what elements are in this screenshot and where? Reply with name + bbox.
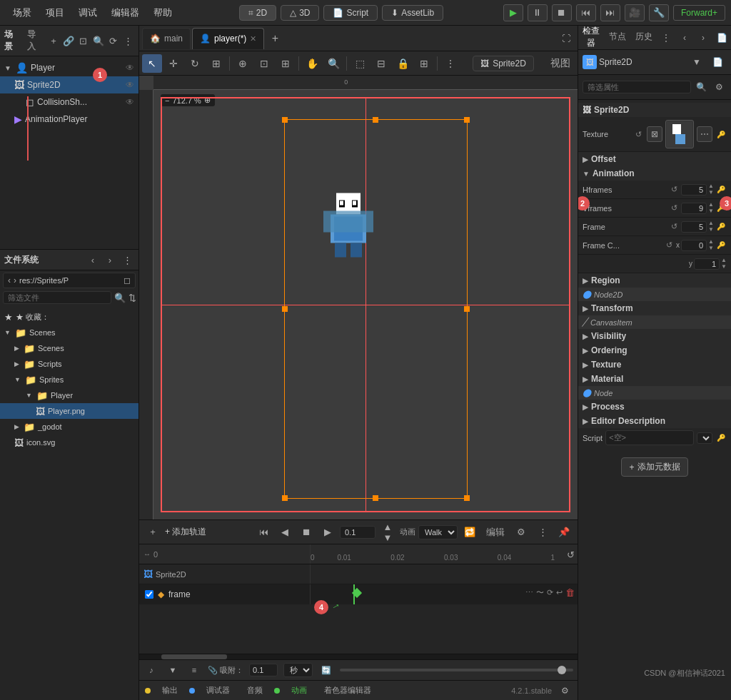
inspector-filter-input[interactable] <box>583 81 691 93</box>
track-back-icon[interactable]: ↩ <box>556 588 563 597</box>
tree-item-collision[interactable]: ◻ CollisionSh... 👁 <box>0 93 138 111</box>
fs-item-sprites[interactable]: ▼ 📁 Sprites <box>0 372 138 387</box>
scene-search-btn[interactable]: 🔍 <box>92 34 104 48</box>
section-visibility[interactable]: ▶ Visibility <box>578 329 731 343</box>
zoom-btn[interactable]: 🔍 <box>323 54 343 73</box>
anim-speed-input[interactable] <box>340 526 375 539</box>
coords-x-down[interactable]: ▼ <box>708 245 714 251</box>
forward-btn[interactable]: Forward+ <box>673 5 725 21</box>
fs-item-player-dir[interactable]: ▼ 📁 Player <box>0 387 138 403</box>
anim-prev-frame-btn[interactable]: ⏮ <box>254 524 273 541</box>
menu-editor[interactable]: 编辑器 <box>104 4 146 22</box>
frame-track-content[interactable]: 4 → ⋯ 〜 ⟳ ↩ 🗑 <box>311 584 578 604</box>
stop-btn[interactable]: ⏹ <box>552 4 572 21</box>
section-ordering[interactable]: ▶ Ordering <box>578 343 731 357</box>
filter-btn[interactable]: ▼ <box>165 663 181 677</box>
music-btn[interactable]: ♪ <box>143 663 159 677</box>
fs-item-godot[interactable]: ▶ 📁 _godot <box>0 419 138 435</box>
anim-loop-btn[interactable]: 🔁 <box>460 524 479 541</box>
handle-lc[interactable] <box>282 306 288 312</box>
anim-name-select[interactable]: Walk <box>418 525 458 539</box>
section-material[interactable]: ▶ Material <box>578 372 731 386</box>
menu-help[interactable]: 帮助 <box>146 4 179 22</box>
track-arrow-icon[interactable]: ⟳ <box>547 588 553 597</box>
handle-bl[interactable] <box>282 495 288 501</box>
tree-item-sprite2d[interactable]: 🖼 Sprite2D 👁 <box>0 76 138 93</box>
status-output[interactable]: 输出 <box>156 684 183 697</box>
fs-more-btn[interactable]: ⋮ <box>120 253 134 267</box>
fs-filter-search-icon[interactable]: 🔍 <box>114 290 126 305</box>
anim-play-back-btn[interactable]: ◀ <box>276 524 294 541</box>
coords-x-up[interactable]: ▲ <box>708 239 714 245</box>
move-tool-btn[interactable]: ✛ <box>163 54 183 73</box>
coords-y-spinner[interactable]: ▲ ▼ <box>721 258 727 270</box>
inspector-options[interactable]: ▼ <box>687 53 706 71</box>
inspector-doc-btn[interactable]: 📄 <box>708 53 727 71</box>
handle-br[interactable] <box>464 495 470 501</box>
tab-player[interactable]: 👤 player(*) ✕ <box>192 28 264 49</box>
status-anim[interactable]: 动画 <box>286 684 313 697</box>
frame-up[interactable]: ▲ <box>708 220 714 226</box>
section-process[interactable]: ▶ Process <box>578 400 731 414</box>
frame-track-enabled[interactable] <box>145 590 153 599</box>
rulers-btn[interactable]: ⬚ <box>350 54 370 73</box>
play-btn[interactable]: ▶ <box>503 4 523 21</box>
anim-edit-btn[interactable]: 编辑 <box>482 524 509 541</box>
filter-options-icon[interactable]: ⚙ <box>712 78 727 96</box>
inspector-doc-icon[interactable]: 📄 <box>712 29 731 47</box>
vframes-spinner[interactable]: ▲ ▼ <box>708 202 714 214</box>
pan-btn[interactable]: ✋ <box>302 54 322 73</box>
fs-filter-input[interactable] <box>3 291 111 304</box>
fs-fwd-btn[interactable]: › <box>103 253 117 267</box>
inspector-nav-fwd[interactable]: › <box>694 29 712 47</box>
more-tools-btn[interactable]: ⋮ <box>440 54 460 73</box>
anim-more-btn[interactable]: ⋮ <box>533 524 552 541</box>
debug-btn1[interactable]: ⏮ <box>576 4 596 21</box>
anim-add-track-btn[interactable]: + <box>143 524 162 541</box>
timeline-refresh-btn[interactable]: ↺ <box>567 549 575 559</box>
menu-scene[interactable]: 场景 <box>6 4 39 22</box>
select-tool-btn[interactable]: ↖ <box>142 54 162 73</box>
debug-btn2[interactable]: ⏭ <box>600 4 620 21</box>
lock-btn[interactable]: 🔒 <box>393 54 413 73</box>
scene-more-btn[interactable]: ⋮ <box>122 34 134 48</box>
frame-input[interactable] <box>681 221 707 233</box>
sprite2d-eye-icon[interactable]: 👁 <box>126 80 134 90</box>
guides-btn[interactable]: ⊟ <box>371 54 391 73</box>
list-btn[interactable]: ≡ <box>186 663 202 677</box>
scrollbar-thumb[interactable] <box>161 654 227 659</box>
view-options-btn[interactable]: 视图 <box>546 54 575 73</box>
viewport-content[interactable]: − 712.7 % ⊕ <box>153 90 578 519</box>
tab-history[interactable]: 历史 <box>630 26 657 49</box>
hframes-up[interactable]: ▲ <box>708 183 714 189</box>
mode-assetlib-btn[interactable]: ⬇ AssetLib <box>382 5 443 21</box>
texture-key-btn[interactable]: 🔑 <box>715 128 727 140</box>
pivot-btn[interactable]: ⊕ <box>233 54 253 73</box>
collision-eye-icon[interactable]: 👁 <box>126 97 134 107</box>
frame-coords-x-input[interactable] <box>681 240 707 251</box>
tree-item-animplayer[interactable]: ▶ AnimationPlayer <box>0 111 138 128</box>
inspector-more-icon[interactable]: ⋮ <box>657 29 675 47</box>
section-animation[interactable]: ▼ Animation <box>578 166 731 181</box>
track-delete-icon[interactable]: 🗑 <box>565 587 575 598</box>
snap-value-input[interactable] <box>249 664 278 676</box>
vframes-input[interactable] <box>681 203 707 214</box>
texture-clear-btn[interactable]: ⊠ <box>647 126 662 142</box>
scene-filter-btn[interactable]: ⊡ <box>77 34 89 48</box>
scene-link-btn[interactable]: 🔗 <box>62 34 74 48</box>
coords-y-up[interactable]: ▲ <box>721 258 727 263</box>
coords-y-down[interactable]: ▼ <box>721 264 727 270</box>
add-meta-btn[interactable]: + 添加元数据 <box>621 457 687 477</box>
coords-x-spinner[interactable]: ▲ ▼ <box>708 239 714 251</box>
hframes-down[interactable]: ▼ <box>708 190 714 196</box>
status-shader[interactable]: 着色器编辑器 <box>318 684 377 697</box>
snap-slider[interactable] <box>340 669 573 671</box>
hframes-reset[interactable]: ↺ <box>668 184 680 196</box>
script-select[interactable] <box>697 432 712 444</box>
handle-tl[interactable] <box>282 117 288 123</box>
fs-filter-sort-icon[interactable]: ⇅ <box>128 290 136 305</box>
scene-refresh-btn[interactable]: ⟳ <box>107 34 119 48</box>
mode-3d-btn[interactable]: △ 3D <box>281 5 319 21</box>
anim-speed-up-btn[interactable]: ▲▼ <box>378 524 397 541</box>
frame-reset[interactable]: ↺ <box>668 221 680 233</box>
